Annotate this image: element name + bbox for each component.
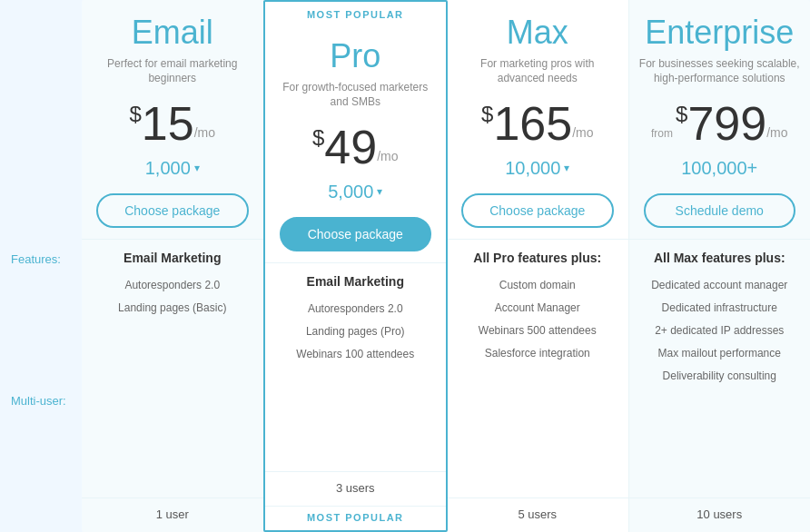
features-section: All Max features plus: Dedicated account… xyxy=(629,240,811,498)
dropdown-arrow-icon: ▾ xyxy=(194,162,200,174)
feature-title: Email Marketing xyxy=(96,251,249,265)
cta-button[interactable]: Choose package xyxy=(96,193,249,228)
cta-row: Choose package xyxy=(447,186,628,239)
multiuser-section: 1 user xyxy=(82,498,263,532)
cta-button[interactable]: Schedule demo xyxy=(644,193,796,228)
most-popular-bottom-banner: MOST POPULAR xyxy=(265,506,447,530)
features-section: All Pro features plus: Custom domainAcco… xyxy=(447,240,628,498)
plan-name: Max xyxy=(456,15,619,51)
multiuser-section: 5 users xyxy=(447,498,628,532)
list-size-row: 5,000▾ xyxy=(265,178,447,210)
feature-item: Max mailout performance xyxy=(644,342,796,365)
plan-max: Max For marketing pros with advanced nee… xyxy=(447,0,629,532)
plan-price: $ 15 /mo xyxy=(82,93,263,154)
plans-container: Email Perfect for email marketing beginn… xyxy=(82,0,810,532)
feature-item: Dedicated infrastructure xyxy=(644,297,796,320)
price-period: /mo xyxy=(194,125,215,140)
list-size-value[interactable]: 1,000▾ xyxy=(145,158,200,179)
plan-pro: MOST POPULAR Pro For growth-focused mark… xyxy=(263,0,449,532)
feature-title: Email Marketing xyxy=(280,274,432,289)
plan-description: For growth-focused marketers and SMBs xyxy=(274,80,438,111)
plan-email: Email Perfect for email marketing beginn… xyxy=(82,0,264,532)
cta-row: Choose package xyxy=(82,186,263,239)
feature-item: Landing pages (Basic) xyxy=(96,297,249,320)
feature-item: Webinars 100 attendees xyxy=(280,343,432,366)
list-size-value[interactable]: 5,000▾ xyxy=(328,182,382,202)
list-size-value[interactable]: 10,000▾ xyxy=(505,158,569,179)
plan-header: Max For marketing pros with advanced nee… xyxy=(447,0,628,93)
price-amount: 15 xyxy=(142,100,194,147)
plan-name: Enterprise xyxy=(638,15,802,51)
multiuser-section: 10 users xyxy=(629,498,811,532)
plan-description: Perfect for email marketing beginners xyxy=(91,56,254,87)
features-section: Email Marketing Autoresponders 2.0Landin… xyxy=(265,263,447,471)
multiuser-section: 3 users xyxy=(265,471,447,506)
cta-button[interactable]: Choose package xyxy=(280,217,432,251)
feature-item: Landing pages (Pro) xyxy=(280,320,432,343)
dropdown-arrow-icon: ▾ xyxy=(377,185,382,198)
price-period: /mo xyxy=(572,125,593,140)
price-period: /mo xyxy=(377,149,398,163)
cta-row: Schedule demo xyxy=(629,186,811,239)
list-size-row: 10,000▾ xyxy=(447,154,628,186)
list-size-value: 100,000+ xyxy=(681,158,757,179)
plan-name: Pro xyxy=(274,38,438,74)
feature-item: Salesforce integration xyxy=(461,342,614,365)
features-label: Features: xyxy=(0,245,82,394)
plan-price: from $ 799 /mo xyxy=(629,93,811,154)
plan-name: Email xyxy=(91,15,254,51)
dropdown-arrow-icon: ▾ xyxy=(564,162,569,174)
list-size-row: 100,000+ xyxy=(629,154,811,186)
feature-item: Account Manager xyxy=(461,297,614,320)
price-dollar: $ xyxy=(129,103,141,125)
feature-item: Dedicated account manager xyxy=(644,274,796,297)
plan-header: Pro For growth-focused marketers and SMB… xyxy=(265,24,447,116)
feature-title: All Max features plus: xyxy=(644,251,796,265)
price-dollar: $ xyxy=(676,103,687,125)
feature-item: Deliverability consulting xyxy=(644,365,796,388)
cta-row: Choose package xyxy=(265,210,447,262)
plan-header: Enterprise For businesses seeking scalab… xyxy=(629,0,811,93)
feature-item: Autoresponders 2.0 xyxy=(96,274,249,297)
list-size-row: 1,000▾ xyxy=(82,154,263,186)
plan-enterprise: Enterprise For businesses seeking scalab… xyxy=(629,0,811,532)
multiuser-label: Multi-user: xyxy=(0,394,82,409)
price-amount: 165 xyxy=(493,100,572,147)
plan-description: For marketing pros with advanced needs xyxy=(456,56,619,87)
feature-title: All Pro features plus: xyxy=(461,251,614,265)
left-labels: Features: Multi-user: xyxy=(0,0,82,532)
plan-price: $ 165 /mo xyxy=(447,93,628,154)
feature-item: Webinars 500 attendees xyxy=(461,320,614,342)
feature-item: 2+ dedicated IP addresses xyxy=(644,320,796,342)
price-dollar: $ xyxy=(481,103,493,125)
price-dollar: $ xyxy=(312,127,324,149)
plan-header: Email Perfect for email marketing beginn… xyxy=(82,0,263,93)
plan-description: For businesses seeking scalable, high-pe… xyxy=(638,56,802,87)
features-section: Email Marketing Autoresponders 2.0Landin… xyxy=(82,240,263,498)
price-period: /mo xyxy=(766,125,787,140)
price-amount: 49 xyxy=(324,123,377,171)
plan-price: $ 49 /mo xyxy=(265,116,447,178)
feature-item: Custom domain xyxy=(461,274,614,297)
price-from: from xyxy=(651,127,673,140)
cta-button[interactable]: Choose package xyxy=(461,193,614,228)
pricing-table: Features: Multi-user: Email Perfect for … xyxy=(0,0,810,532)
most-popular-top-banner: MOST POPULAR xyxy=(265,2,447,24)
feature-item: Autoresponders 2.0 xyxy=(280,298,432,320)
price-amount: 799 xyxy=(687,100,766,147)
